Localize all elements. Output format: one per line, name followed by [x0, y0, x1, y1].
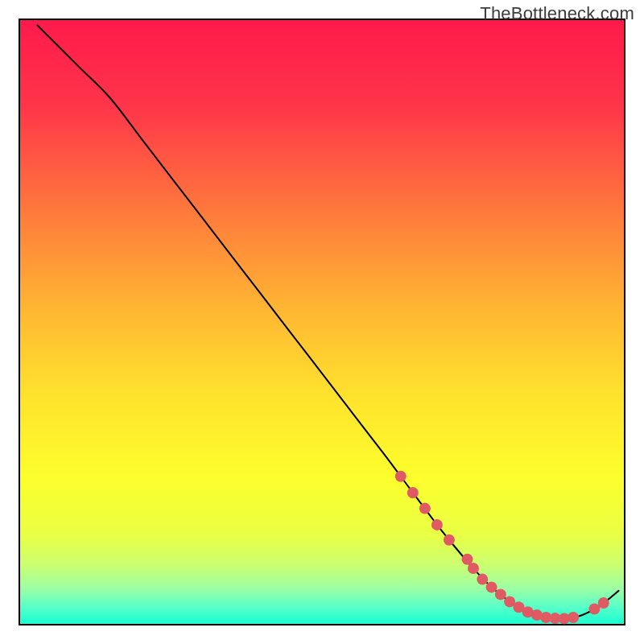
data-point: [477, 574, 488, 585]
data-point: [568, 612, 579, 623]
chart-container: TheBottleneck.com: [0, 0, 644, 644]
data-point: [598, 597, 609, 609]
data-point: [419, 503, 431, 514]
data-point: [407, 487, 419, 498]
data-point: [486, 581, 497, 592]
data-point: [395, 471, 407, 482]
watermark-text: TheBottleneck.com: [480, 3, 634, 24]
bottleneck-chart: [0, 0, 644, 644]
data-point: [495, 588, 506, 600]
plot-background: [19, 19, 625, 625]
data-point: [431, 519, 443, 530]
data-point: [468, 563, 479, 574]
data-point: [444, 535, 455, 546]
